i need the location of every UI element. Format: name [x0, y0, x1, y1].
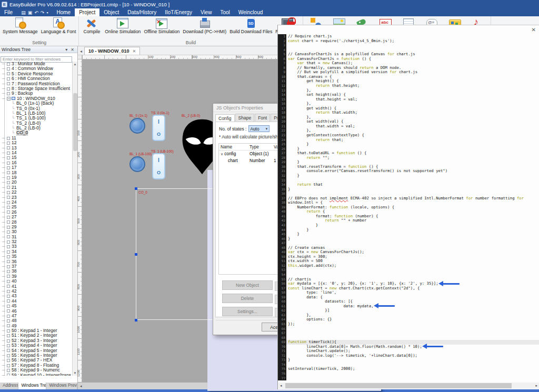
code-line[interactable]: 54 [278, 273, 539, 277]
checkbox-icon[interactable] [7, 67, 10, 71]
checkbox-icon[interactable] [7, 63, 10, 66]
offline-simulation-button[interactable]: Offline Simulation [142, 17, 181, 40]
new-object-button[interactable]: New Object [222, 280, 273, 290]
tree-item[interactable]: ─25 [0, 205, 73, 209]
more-icon[interactable]: ▪ [46, 10, 48, 15]
code-line[interactable]: 31 console.error("Canvas.resetTransform(… [278, 169, 539, 174]
code-line[interactable]: 28 return ""; [278, 156, 539, 160]
checkbox-icon[interactable] [7, 137, 10, 140]
bit-lamp-BL_1[interactable] [129, 156, 145, 172]
tree-item[interactable]: ─12 [0, 140, 73, 145]
dialog-tab-shape[interactable]: Shape [235, 114, 255, 122]
code-line[interactable]: 53 [278, 268, 539, 273]
checkbox-icon[interactable] [7, 359, 10, 362]
tab-close-icon[interactable]: ✕ [133, 49, 136, 54]
checkbox-icon[interactable] [7, 329, 10, 333]
tree-item[interactable]: ─31 [0, 235, 73, 239]
code-line[interactable]: 64 options: {} [278, 317, 539, 322]
code-line[interactable]: 75setInterval(timerTick, 2000); [278, 367, 539, 371]
code-line[interactable]: 25 } [278, 142, 539, 147]
checkbox-icon[interactable] [7, 295, 10, 298]
sd-card-button[interactable]: Build Download Files [228, 17, 274, 40]
tree-item[interactable]: ─15 [0, 155, 73, 160]
checkbox-icon[interactable] [7, 82, 10, 85]
checkbox-icon[interactable] [7, 72, 10, 75]
states-combobox[interactable]: Auto ▼ [248, 125, 270, 132]
tree-item[interactable]: ─13 [0, 146, 73, 150]
tree-item[interactable]: ─18 [0, 170, 73, 175]
bit-lamp-BL_0[interactable] [129, 118, 145, 134]
tree-item[interactable]: ─40 [0, 279, 73, 284]
tree-item[interactable]: ─29 [0, 225, 73, 229]
system-message-button[interactable]: System Message [1, 17, 39, 40]
checkbox-icon[interactable] [7, 285, 10, 288]
tree-item[interactable]: ─22 [0, 190, 73, 195]
online-simulation-button[interactable]: Online Simulation [103, 17, 142, 40]
document-tab[interactable]: 10 - WINDOW_010 ✕ [84, 47, 140, 55]
tree-item[interactable]: ─17 [0, 165, 73, 170]
code-line[interactable]: 46} [278, 237, 539, 242]
tree-item[interactable]: ─30 [0, 229, 73, 234]
checkbox-icon[interactable] [7, 364, 10, 367]
checkbox-icon[interactable] [7, 166, 10, 169]
selection-handle[interactable] [135, 253, 137, 256]
tree-item[interactable]: ─39 [0, 274, 73, 279]
delete-button[interactable]: Delete [222, 294, 273, 303]
toggle-switch-TS_1[interactable]: I O [152, 153, 165, 179]
toggle-switch-TS_0[interactable]: I O [152, 115, 165, 141]
tree-item[interactable]: ─28 [0, 220, 73, 225]
checkbox-icon[interactable] [7, 374, 10, 376]
code-line[interactable]: 2const chart = require('./chartjs4_5_0mi… [278, 39, 539, 44]
menu-tab-iiotenergy[interactable]: IIoT/Energy [161, 8, 196, 16]
checkbox-icon[interactable] [7, 77, 10, 81]
selection-handle[interactable] [135, 187, 137, 190]
code-line[interactable]: 67 [278, 331, 539, 336]
checkbox-icon[interactable] [7, 220, 10, 224]
checkbox-icon[interactable] [7, 146, 10, 149]
checkbox-icon[interactable] [7, 334, 10, 337]
scroll-left-icon[interactable]: ◂ [78, 384, 84, 388]
menu-tab-datahistory[interactable]: Data/History [123, 8, 161, 16]
code-line[interactable]: 52this.widget.add(ctx); [278, 264, 539, 268]
panel-menu-icon[interactable]: ▾ [64, 47, 69, 52]
tree-item[interactable]: ─48 [0, 318, 73, 323]
checkbox-icon[interactable] [7, 299, 10, 303]
checkbox-icon[interactable] [7, 216, 10, 219]
checkbox-icon[interactable] [7, 354, 10, 357]
menu-tab-home[interactable]: Home [52, 8, 75, 16]
checkbox-icon[interactable] [7, 87, 10, 91]
checkbox-icon[interactable] [7, 156, 10, 159]
scroll-thumb[interactable] [285, 383, 512, 388]
checkbox-icon[interactable] [7, 309, 10, 313]
tree-item[interactable]: ─20 [0, 180, 73, 185]
tree-item[interactable]: ─14 [0, 150, 73, 155]
tree-item[interactable]: ─41 [0, 284, 73, 289]
compile-button[interactable]: Compile [80, 17, 103, 40]
tree-item[interactable]: ─19 [0, 175, 73, 180]
tree-item[interactable]: ─36 [0, 259, 73, 264]
checkbox-icon[interactable] [7, 152, 10, 155]
checkbox-icon[interactable] [7, 260, 10, 263]
checkbox-icon[interactable] [7, 369, 10, 372]
checkbox-icon[interactable] [7, 226, 10, 229]
tree-item[interactable]: ─11 [0, 136, 73, 140]
checkbox-icon[interactable] [7, 349, 10, 352]
menu-tab-tool[interactable]: Tool [216, 8, 234, 16]
dialog-tab-config[interactable]: Config [215, 114, 235, 122]
panel-tab-windowstree[interactable]: Windows Tree [18, 383, 46, 389]
collapse-icon[interactable]: − [7, 97, 11, 100]
tree-item[interactable]: ─32 [0, 239, 73, 244]
redo-icon[interactable]: ↷ [41, 10, 45, 15]
tree-item[interactable]: ─44 [0, 299, 73, 304]
tree-item[interactable]: ─59 : Keypad 10 - Integer(trans... [0, 373, 73, 376]
chevron-down-icon[interactable]: ∨ [221, 152, 223, 156]
panel-close-icon[interactable]: ✕ [69, 47, 76, 52]
tree-item[interactable]: ─16 [0, 160, 73, 165]
checkbox-icon[interactable] [7, 319, 10, 323]
tree-item[interactable]: ─42 [0, 289, 73, 294]
tree-item[interactable]: ─23 [0, 195, 73, 200]
code-line[interactable]: 18 return that.width; [278, 110, 539, 115]
scroll-up-icon[interactable]: ▲ [73, 62, 77, 67]
code-line[interactable]: 73} [278, 358, 539, 363]
code-line[interactable]: 35} [278, 187, 539, 192]
